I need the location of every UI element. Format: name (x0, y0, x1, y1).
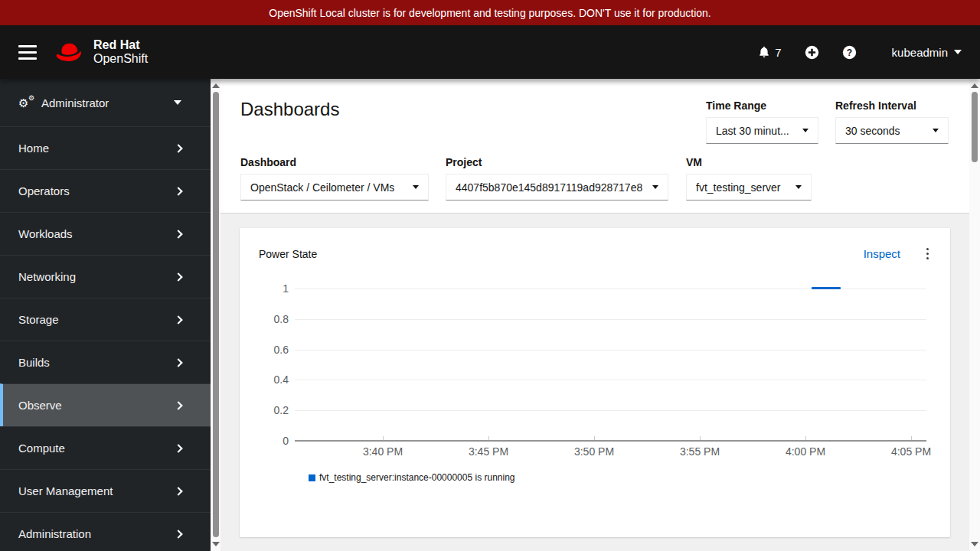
scroll-up-icon[interactable] (212, 83, 220, 88)
y-tick-label: 0.6 (243, 344, 289, 356)
project-select[interactable]: 4407f5b870e145d8917119ad928717e8 (446, 174, 668, 201)
sidebar-nav: ⚙⚙ Administrator Home Operators Workload… (0, 79, 211, 551)
chevron-right-icon (174, 144, 182, 152)
sidebar-scrollbar-thumb[interactable] (213, 92, 219, 537)
x-tick-mark (594, 436, 595, 440)
sidebar-item-storage[interactable]: Storage (0, 298, 211, 341)
y-tick-label: 0.2 (243, 404, 289, 416)
chevron-right-icon (174, 358, 182, 367)
caret-down-icon (954, 50, 962, 54)
svg-text:?: ? (846, 47, 851, 57)
dashboard-label: Dashboard (240, 156, 429, 168)
sidebar-scrollbar[interactable] (211, 79, 220, 551)
time-range-label: Time Range (706, 99, 818, 112)
refresh-interval-label: Refresh Interval (835, 99, 949, 112)
sidebar-item-builds[interactable]: Builds (0, 341, 211, 383)
notifications-button[interactable]: 7 (758, 46, 781, 59)
redhat-fedora-icon (54, 41, 87, 64)
chart-gridline (295, 410, 926, 411)
page-scrollbar[interactable] (969, 79, 980, 551)
x-tick-label: 4:05 PM (880, 445, 942, 458)
y-tick-label: 0 (243, 435, 289, 447)
sidebar-item-home[interactable]: Home (0, 126, 211, 169)
vm-select[interactable]: fvt_testing_server (686, 174, 812, 201)
sidebar-item-administration[interactable]: Administration (0, 512, 211, 551)
legend-label: fvt_testing_server:instance-00000005 is … (319, 472, 515, 483)
chevron-right-icon (174, 530, 182, 538)
y-tick-label: 1 (243, 282, 289, 295)
vm-filter: VM fvt_testing_server (686, 156, 812, 201)
project-filter: Project 4407f5b870e145d8917119ad928717e8 (446, 156, 668, 201)
dashboard-grid: Power State Inspect 1 0.8 0.6 (220, 213, 969, 551)
power-state-card: Power State Inspect 1 0.8 0.6 (240, 228, 950, 537)
x-tick-mark (383, 436, 384, 440)
masthead: Red Hat OpenShift 7 ? kubeadmin (0, 25, 980, 79)
main-content: Dashboards Time Range Last 30 minut... R… (220, 79, 969, 551)
notification-count: 7 (775, 46, 781, 59)
sidebar-item-user-management[interactable]: User Management (0, 469, 211, 512)
username: kubeadmin (892, 46, 948, 59)
nav-toggle-button[interactable] (18, 38, 37, 67)
caret-down-icon (413, 185, 419, 189)
refresh-interval-select[interactable]: 30 seconds (835, 117, 949, 144)
chart-x-axis (295, 440, 926, 442)
page-title: Dashboards (240, 99, 339, 120)
x-tick-label: 4:00 PM (775, 445, 836, 458)
x-tick-mark (805, 436, 806, 440)
question-circle-icon: ? (842, 45, 857, 60)
dashboard-filter: Dashboard OpenStack / Ceilometer / VMs (240, 156, 429, 201)
series-line-segment (812, 287, 841, 289)
legend-swatch (309, 474, 315, 481)
x-tick-label: 3:40 PM (352, 445, 413, 458)
chart-gridline (295, 319, 926, 320)
sidebar-item-networking[interactable]: Networking (0, 255, 211, 298)
help-button[interactable]: ? (842, 45, 857, 60)
x-tick-label: 3:50 PM (564, 445, 625, 458)
perspective-switcher[interactable]: ⚙⚙ Administrator (0, 79, 211, 126)
chart-gridline (295, 350, 926, 350)
project-label: Project (446, 156, 668, 168)
chevron-right-icon (174, 315, 182, 324)
add-button[interactable] (805, 45, 819, 60)
refresh-interval-filter: Refresh Interval 30 seconds (835, 99, 949, 144)
user-menu[interactable]: kubeadmin (892, 46, 962, 59)
x-tick-mark (488, 436, 489, 440)
chevron-right-icon (174, 487, 182, 495)
scroll-down-icon[interactable] (971, 542, 978, 546)
chevron-right-icon (174, 444, 182, 452)
page-scrollbar-thumb[interactable] (972, 92, 978, 162)
brand-line1: Red Hat (93, 38, 148, 52)
plus-circle-icon (805, 45, 819, 60)
sidebar-item-observe[interactable]: Observe (0, 383, 211, 426)
dev-warning-banner: OpenShift Local cluster is for developme… (0, 0, 980, 25)
caret-down-icon (933, 129, 939, 132)
scroll-up-icon[interactable] (971, 83, 978, 88)
brand-text: Red Hat OpenShift (93, 38, 148, 65)
x-tick-label: 3:55 PM (669, 445, 730, 458)
bell-icon (758, 46, 770, 58)
chevron-right-icon (174, 230, 182, 238)
brand-logo[interactable]: Red Hat OpenShift (54, 38, 148, 65)
dashboard-select[interactable]: OpenStack / Ceilometer / VMs (240, 174, 429, 201)
page-header: Dashboards Time Range Last 30 minut... R… (220, 79, 969, 213)
sidebar-item-workloads[interactable]: Workloads (0, 212, 211, 255)
x-tick-label: 3:45 PM (458, 445, 519, 458)
y-tick-label: 0.4 (243, 373, 289, 386)
sidebar-item-compute[interactable]: Compute (0, 426, 211, 469)
caret-down-icon (174, 100, 181, 105)
x-tick-mark (700, 436, 701, 440)
caret-down-icon (802, 129, 808, 132)
time-range-select[interactable]: Last 30 minut... (706, 117, 818, 144)
brand-line2: OpenShift (93, 52, 148, 66)
vm-label: VM (686, 156, 812, 168)
sidebar-item-operators[interactable]: Operators (0, 169, 211, 212)
chevron-right-icon (174, 187, 182, 195)
scroll-down-icon[interactable] (212, 542, 220, 546)
caret-down-icon (795, 185, 802, 189)
x-tick-mark (911, 436, 912, 440)
time-range-filter: Time Range Last 30 minut... (706, 99, 818, 144)
perspective-label: Administrator (41, 96, 109, 109)
power-state-chart: 1 0.8 0.6 0.4 0.2 0 (240, 228, 950, 537)
chevron-right-icon (174, 401, 182, 409)
banner-text: OpenShift Local cluster is for developme… (269, 7, 711, 19)
